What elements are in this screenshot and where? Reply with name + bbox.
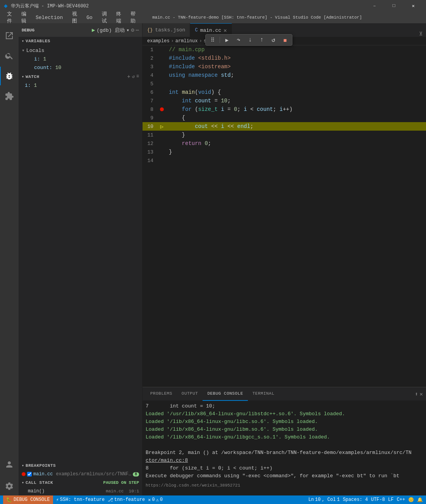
code-lines: 1 // main.cpp 2 #include <stdlib.h> 3: [143, 45, 426, 165]
breakpoints-section-header[interactable]: ▾ BREAKPOINTS: [19, 461, 142, 470]
activity-settings[interactable]: [0, 477, 19, 495]
console-line-9: Execute debugger commands using "-exec <…: [146, 472, 423, 480]
activity-accounts[interactable]: [0, 455, 19, 474]
status-spaces[interactable]: Spaces: 4: [343, 497, 368, 503]
callstack-section-header[interactable]: ▾ CALL STACK PAUSED ON STEP: [19, 478, 142, 487]
line-num-4: 4: [143, 72, 158, 78]
bottom-tabs: PROBLEMS OUTPUT DEBUG CONSOLE TERMINAL ⬆…: [143, 387, 426, 401]
status-errors[interactable]: ✕ 0 ⚠ 0: [148, 497, 163, 503]
menu-go[interactable]: Go: [82, 13, 96, 22]
variables-section-header[interactable]: ▾ VARIABLES: [19, 37, 142, 45]
debug-config-dropdown[interactable]: ▾: [126, 27, 129, 33]
callstack-status: PAUSED ON STEP: [103, 480, 139, 485]
watch-add-icon[interactable]: +: [127, 74, 130, 80]
editor-wrapper: 1 // main.cpp 2 #include <stdlib.h> 3: [143, 45, 426, 387]
debug-label: DEBUG: [22, 28, 34, 33]
breakpoints-title: BREAKPOINTS: [26, 463, 56, 468]
tab-problems[interactable]: PROBLEMS: [146, 387, 177, 401]
callstack-file: main.cc 10:1: [106, 489, 139, 494]
minimize-button[interactable]: －: [366, 0, 383, 12]
activity-explorer[interactable]: [0, 26, 19, 45]
breakpoint-file: main.cc: [33, 471, 53, 477]
tab-overflow-icon[interactable]: ⊻: [419, 31, 423, 37]
variables-panel: ▾ VARIABLES ▾ Locals i: 1 count:: [19, 37, 142, 72]
code-line-4: 4 using namespace std;: [143, 71, 426, 79]
debug-more-icon[interactable]: ⋯: [136, 27, 139, 33]
code-line-3: 3 #include <iostream>: [143, 62, 426, 71]
status-feedback[interactable]: 😊: [408, 497, 414, 503]
tab-tasks-name: tasks.json: [155, 27, 185, 33]
panel-close-icon[interactable]: ✕: [420, 391, 423, 397]
debug-stepinto-button[interactable]: ↓: [245, 35, 256, 45]
status-branch[interactable]: ⎇ tnn-feature: [108, 497, 145, 503]
status-language[interactable]: C++: [397, 497, 405, 503]
line-content-9: {: [166, 115, 426, 121]
debug-stepout-button[interactable]: ↑: [256, 35, 267, 45]
sidebar: DEBUG ▶ (gdb) 启动 ▾ ⚙ ⋯ ▾ VARIABLES ▾ Loc…: [19, 23, 143, 495]
code-line-6: 6 int main(void) {: [143, 88, 426, 97]
line-content-8: for (size_t i = 0; i < count; i++): [166, 106, 426, 112]
activity-search[interactable]: [0, 47, 19, 65]
line-num-5: 5: [143, 81, 158, 87]
code-line-11: 11 }: [143, 131, 426, 139]
debug-continue-button[interactable]: ▶: [222, 35, 232, 45]
watch-section-header[interactable]: ▾ WATCH + ↺ ≡: [19, 72, 142, 81]
watch-refresh-icon[interactable]: ↺: [132, 74, 135, 80]
code-editor[interactable]: 1 // main.cpp 2 #include <stdlib.h> 3: [143, 45, 426, 387]
debug-float-drag[interactable]: ⠿: [207, 35, 218, 45]
tab-close-button[interactable]: ✕: [223, 27, 227, 34]
status-debug-label: DEBUG CONSOLE: [14, 497, 50, 502]
tab-debug-console[interactable]: DEBUG CONSOLE: [203, 387, 247, 401]
line-gutter-8: [158, 107, 166, 111]
bottom-panel: PROBLEMS OUTPUT DEBUG CONSOLE TERMINAL ⬆…: [143, 387, 426, 495]
main-container: DEBUG ▶ (gdb) 启动 ▾ ⚙ ⋯ ▾ VARIABLES ▾ Loc…: [0, 23, 426, 495]
watch-i-name: i:: [25, 83, 31, 88]
debug-stepover-button[interactable]: ↷: [233, 35, 244, 45]
var-count: count: 10: [25, 63, 142, 72]
watch-collapse-icon[interactable]: ≡: [136, 74, 139, 80]
status-notifications[interactable]: 🔔: [417, 497, 423, 503]
debug-console-content[interactable]: 7 int count = 10; Loaded '/usr/lib/x86_6…: [143, 401, 426, 495]
breadcrumb-examples[interactable]: examples: [147, 38, 170, 44]
status-debug-icon: 🐛: [6, 497, 12, 503]
console-line-4: Loaded '/lib/x86_64-linux-gnu/libgcc_s.s…: [146, 433, 423, 441]
tab-output[interactable]: OUTPUT: [177, 387, 203, 401]
locals-group[interactable]: ▾ Locals: [19, 46, 142, 55]
debug-config: ▶ (gdb) 启动 ▾ ⚙ ⋯: [92, 27, 139, 34]
breakpoint-count: 8: [133, 472, 139, 476]
variables-tree: ▾ Locals i: 1 count: 10: [19, 45, 142, 72]
breadcrumb-armlinux[interactable]: armlinux: [175, 38, 198, 44]
breadcrumb-sep-1: ›: [171, 38, 174, 44]
activity-debug[interactable]: [0, 67, 19, 85]
watermark-line: https://blog.csdn.net/weixin_38952721: [146, 482, 423, 489]
activity-bar: [0, 23, 19, 495]
status-eol[interactable]: LF: [388, 497, 393, 503]
line-num-7: 7: [143, 98, 158, 104]
debug-float-toolbar: ⠿ ▶ ↷ ↓ ↑ ↺ ◼: [205, 34, 292, 46]
line-num-2: 2: [143, 55, 158, 61]
maximize-button[interactable]: □: [385, 0, 403, 12]
debug-play-button[interactable]: ▶: [92, 27, 95, 33]
callstack-title: CALL STACK: [26, 480, 53, 485]
status-encoding[interactable]: UTF-8: [371, 497, 385, 503]
debug-stop-button[interactable]: ◼: [280, 35, 290, 45]
breakpoint-checkbox[interactable]: [27, 472, 32, 476]
line-num-11: 11: [143, 132, 158, 138]
line-content-7: int count = 10;: [166, 98, 426, 104]
menu-selection[interactable]: Selection: [32, 13, 67, 22]
debug-restart-button[interactable]: ↺: [268, 35, 279, 45]
line-num-12: 12: [143, 141, 158, 147]
activity-extensions[interactable]: [0, 87, 19, 105]
panel-maximize-icon[interactable]: ⬆: [415, 391, 418, 397]
line-content-1: // main.cpp: [166, 47, 426, 53]
status-error-icon: ✕: [148, 497, 151, 503]
line-content-6: int main(void) {: [166, 89, 426, 95]
close-button[interactable]: ✕: [404, 0, 422, 12]
tab-tasks-json[interactable]: {} tasks.json: [143, 23, 190, 37]
debug-settings-icon[interactable]: ⚙: [131, 27, 134, 33]
callstack-item-main[interactable]: main() main.cc 10:1: [19, 487, 142, 495]
tab-terminal[interactable]: TERMINAL: [248, 387, 279, 401]
status-remote[interactable]: ⚡ SSH: tnn-feature: [56, 497, 105, 503]
line-num-13: 13: [143, 149, 158, 155]
status-ln-col[interactable]: Ln 10, Col 1: [308, 497, 340, 503]
